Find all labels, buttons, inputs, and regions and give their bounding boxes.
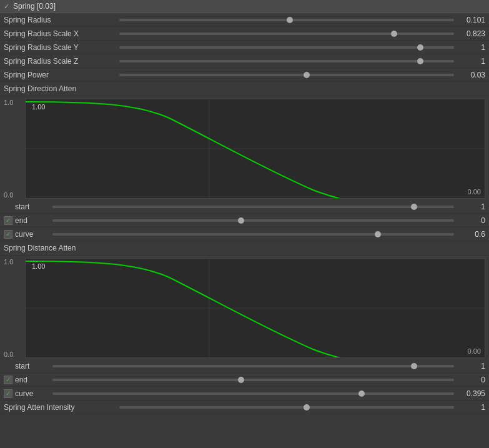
direction-y-labels: 1.0 0.0 [4,99,21,199]
direction-end-value: 0 [454,216,485,225]
distance-end-check[interactable]: ✓ [4,376,15,384]
distance-curve-checkbox[interactable]: ✓ [4,389,12,398]
direction-atten-curve-row: 1.0 0.0 1.00 0.00 [0,96,489,200]
header-check-icon: ✓ [4,2,9,11]
prop-label-2: Spring Radius Scale Y [4,43,119,52]
prop-thumb-3[interactable] [417,58,423,64]
direction-end-checkbox[interactable]: ✓ [4,216,12,225]
panel-title: Spring [0.03] [13,2,56,11]
prop-value-0: 0.101 [454,16,485,24]
prop-row-3: Spring Radius Scale Z 1 [0,54,489,68]
prop-thumb-0[interactable] [287,17,293,23]
direction-curve-thumb[interactable] [375,231,381,237]
prop-row-2: Spring Radius Scale Y 1 [0,41,489,54]
prop-label-0: Spring Radius [4,16,119,24]
distance-atten-curve-row: 1.0 0.0 1.00 0.00 [0,256,489,359]
prop-thumb-4[interactable] [304,72,310,78]
prop-slider-1[interactable] [119,29,454,38]
prop-value-2: 1 [454,43,485,52]
direction-y-top: 1.0 [4,99,19,106]
distance-start-thumb[interactable] [411,363,417,369]
direction-curve-row: ✓ curve 0.6 [0,227,489,241]
prop-label-1: Spring Radius Scale X [4,29,119,38]
distance-y-labels: 1.0 0.0 [4,258,21,358]
prop-slider-4[interactable] [119,71,454,79]
prop-thumb-2[interactable] [417,44,423,51]
distance-atten-label: Spring Distance Atten [0,241,489,256]
distance-end-checkbox[interactable]: ✓ [4,376,12,384]
direction-end-thumb[interactable] [238,217,244,224]
spring-panel: ✓ Spring [0.03] Spring Radius 0.101 Spri… [0,0,489,414]
distance-end-value: 0 [454,376,485,384]
direction-start-slider[interactable] [52,202,454,211]
distance-start-slider[interactable] [52,362,454,371]
distance-curve-thumb[interactable] [358,391,365,397]
direction-curve-checkbox[interactable]: ✓ [4,230,12,239]
atten-intensity-label: Spring Atten Intensity [4,403,119,412]
prop-row-1: Spring Radius Scale X 0.823 [0,27,489,41]
distance-start-row: start 1 [0,359,489,373]
distance-curve-row: ✓ curve 0.395 [0,387,489,401]
distance-curve-svg [26,259,485,357]
distance-end-slider[interactable] [52,376,454,384]
distance-curve-label: curve [15,389,52,398]
direction-start-label: start [15,202,52,211]
direction-start-row: start 1 [0,200,489,214]
direction-atten-curve[interactable]: 1.00 0.00 [25,99,485,199]
distance-y-top: 1.0 [4,258,19,266]
direction-end-check[interactable]: ✓ [4,216,15,225]
direction-end-row: ✓ end 0 [0,214,489,227]
direction-curve-label: curve [15,230,52,239]
distance-start-value: 1 [454,362,485,371]
atten-intensity-row: Spring Atten Intensity 1 [0,401,489,414]
prop-value-3: 1 [454,57,485,66]
direction-end-slider[interactable] [52,216,454,225]
direction-start-value: 1 [454,202,485,211]
prop-value-1: 0.823 [454,29,485,38]
prop-label-3: Spring Radius Scale Z [4,57,119,66]
direction-end-label: end [15,216,52,225]
distance-start-label: start [15,362,52,371]
distance-curve-check[interactable]: ✓ [4,389,15,398]
distance-atten-curve[interactable]: 1.00 0.00 [25,258,485,358]
direction-atten-label: Spring Direction Atten [0,82,489,96]
distance-end-label: end [15,376,52,384]
properties-list: Spring Radius 0.101 Spring Radius Scale … [0,13,489,82]
direction-curve-value-field: 0.6 [454,230,485,239]
distance-curve-value-field: 0.395 [454,389,485,398]
direction-start-thumb[interactable] [411,204,417,210]
atten-intensity-value: 1 [454,403,485,412]
prop-slider-3[interactable] [119,57,454,66]
prop-value-4: 0.03 [454,71,485,79]
distance-end-row: ✓ end 0 [0,373,489,387]
direction-curve-slider[interactable] [52,230,454,239]
atten-intensity-thumb[interactable] [304,404,310,411]
prop-slider-0[interactable] [119,16,454,24]
distance-y-bottom: 0.0 [4,351,19,358]
panel-header: ✓ Spring [0.03] [0,0,489,13]
prop-label-4: Spring Power [4,71,119,79]
distance-end-thumb[interactable] [238,377,244,383]
atten-intensity-slider[interactable] [119,403,454,412]
prop-row-0: Spring Radius 0.101 [0,13,489,27]
direction-y-bottom: 0.0 [4,191,19,199]
prop-slider-2[interactable] [119,43,454,52]
prop-row-4: Spring Power 0.03 [0,68,489,82]
direction-curve-svg [26,99,485,198]
prop-thumb-1[interactable] [391,31,397,37]
direction-curve-check[interactable]: ✓ [4,230,15,239]
distance-curve-slider[interactable] [52,389,454,398]
